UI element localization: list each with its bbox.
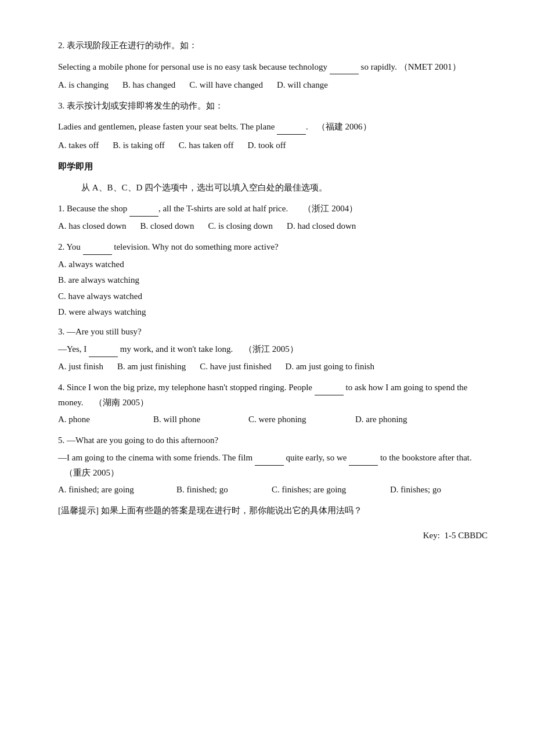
q3-choice-d: D. am just going to finish [286, 359, 374, 375]
q5-choice-c: C. finishes; are going [272, 483, 376, 498]
instruction: 从 A、B、C、D 四个选项中，选出可以填入空白处的最佳选项。 [81, 181, 488, 196]
q1-choice-a: A. has closed down [58, 219, 126, 234]
q1-choice-c: C. is closing down [208, 219, 273, 234]
section3-choice-a: A. takes off [58, 138, 99, 153]
q5-source: （重庆 2005） [64, 468, 119, 477]
section2-choice-b: B. has changed [122, 78, 175, 93]
q5-choices: A. finished; are going B. finished; go C… [58, 483, 488, 498]
question4: 4. Since I won the big prize, my telepho… [58, 380, 488, 410]
q3-choice-c: C. have just finished [200, 359, 271, 375]
section3-title: 3. 表示按计划或安排即将发生的动作。如： [58, 99, 488, 114]
q3-source: （浙江 2005） [244, 344, 298, 354]
question5-line2: —I am going to the cinema with some frie… [58, 450, 488, 480]
q3-choices: A. just finish B. am just finishing C. h… [58, 359, 488, 375]
section3-source: （福建 2006） [317, 122, 371, 131]
question3-line1: 3. —Are you still busy? [58, 325, 488, 340]
section2-choice-d: D. will change [277, 78, 328, 93]
section2-source: （NMET 2001） [399, 62, 461, 71]
q5-choice-b: B. finished; go [176, 483, 258, 498]
q4-choice-c: C. were phoning [248, 412, 341, 427]
section3-choices: A. takes off B. is taking off C. has tak… [58, 138, 488, 153]
q1-choice-d: D. had closed down [287, 219, 356, 234]
q4-source: （湖南 2005） [94, 398, 149, 407]
q4-choice-d: D. are phoning [355, 412, 407, 427]
q1-source: （浙江 2004） [303, 204, 358, 213]
section3-choice-b: B. is taking off [113, 138, 165, 153]
q5-choice-d: D. finishes; go [390, 483, 441, 498]
q4-choice-a: A. phone [58, 412, 139, 427]
q2-choice-a: A. always watched [58, 257, 488, 272]
q4-choice-b: B. will phone [153, 412, 234, 427]
section2-choice-a: A. is changing [58, 78, 109, 93]
section3-choice-c: C. has taken off [179, 138, 234, 153]
warm-tip: [温馨提示] 如果上面有些题的答案是现在进行时，那你能说出它的具体用法吗？ [58, 503, 488, 519]
q5-choice-a: A. finished; are going [58, 483, 163, 498]
practice-title: 即学即用 [58, 160, 488, 175]
section2-example: Selecting a mobile phone for personal us… [58, 59, 488, 75]
answer-key: Key: 1-5 CBBDC [58, 528, 488, 543]
q3-choice-a: A. just finish [58, 359, 103, 375]
key-label: Key: [423, 531, 440, 540]
question1: 1. Because the shop , all the T-shirts a… [58, 201, 488, 217]
question2: 2. You television. Why not do something … [58, 239, 488, 255]
q1-choices: A. has closed down B. closed down C. is … [58, 219, 488, 234]
section3-example: Ladies and gentlemen, please fasten your… [58, 119, 488, 135]
section2-title: 2. 表示现阶段正在进行的动作。如： [58, 38, 488, 53]
q4-choices: A. phone B. will phone C. were phoning D… [58, 412, 488, 427]
section2-choice-c: C. will have changed [189, 78, 263, 93]
q2-choice-b: B. are always watching [58, 273, 488, 288]
question3-line2: —Yes, I my work, and it won't take long.… [58, 341, 488, 357]
q3-choice-b: B. am just finishing [117, 359, 186, 375]
q1-choice-b: B. closed down [140, 219, 194, 234]
key-value: 1-5 CBBDC [444, 531, 488, 540]
question5-line1: 5. —What are you going to do this aftern… [58, 433, 488, 448]
q2-choice-d: D. were always watching [58, 305, 488, 320]
q2-choice-c: C. have always watched [58, 289, 488, 304]
section2-choices: A. is changing B. has changed C. will ha… [58, 78, 488, 93]
section3-choice-d: D. took off [248, 138, 286, 153]
